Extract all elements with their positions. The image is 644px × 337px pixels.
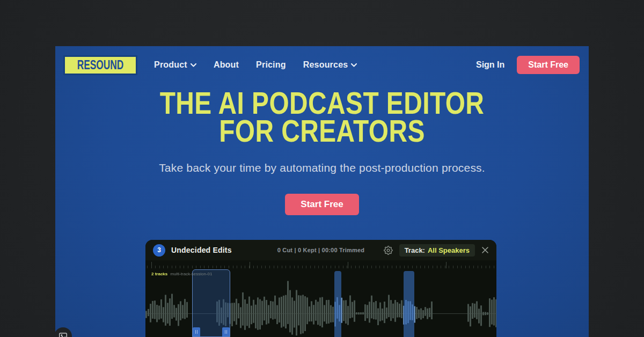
close-icon[interactable] (481, 246, 489, 254)
top-nav: RESOUND Product About Pricing Resources … (55, 46, 589, 77)
ruler-major-ticks (151, 262, 496, 268)
gear-icon[interactable] (384, 246, 393, 255)
nav-item-label: About (214, 60, 239, 70)
nav-item-product[interactable]: Product (154, 60, 196, 70)
sign-in-link[interactable]: Sign In (476, 60, 504, 70)
nav-item-label: Pricing (256, 60, 286, 70)
viewport: { "page": { "accent_yellow": "#dfe964", … (0, 0, 644, 337)
timeline-ruler[interactable] (145, 260, 496, 269)
panel-title: Undecided Edits (171, 246, 232, 254)
start-free-button-hero[interactable]: Start Free (285, 194, 358, 215)
nav-right: Sign In Start Free (476, 56, 580, 74)
nav-item-label: Product (154, 60, 187, 70)
hero-title-line2: FOR CREATORS (98, 117, 546, 145)
edit-stats: 0 Cut | 0 Kept | 00:00 Trimmed (277, 247, 365, 253)
tracks-count-label: 2 tracks (151, 272, 167, 276)
track-selector-label: Track: (405, 246, 425, 254)
track-meta: 2 tracks multi-track-session-01 (151, 272, 213, 276)
start-free-button-nav[interactable]: Start Free (517, 56, 580, 74)
logo-text: RESOUND (77, 58, 123, 71)
editor-header: 3 Undecided Edits 0 Cut | 0 Kept | 00:00… (145, 240, 496, 260)
resound-logo[interactable]: RESOUND (63, 55, 137, 75)
nav-item-pricing[interactable]: Pricing (256, 60, 286, 70)
edit-count-badge: 3 (153, 244, 165, 257)
track-selector[interactable]: Track: All Speakers (399, 244, 475, 257)
nav-item-about[interactable]: About (214, 60, 239, 70)
hero-subtitle: Take back your time by automating the po… (55, 162, 589, 174)
editor-app-window: 3 Undecided Edits 0 Cut | 0 Kept | 00:00… (145, 240, 496, 337)
session-name-label: multi-track-session-01 (170, 272, 212, 276)
editor-header-actions: Track: All Speakers (384, 244, 489, 257)
image-icon (59, 333, 67, 337)
nav-menu: Product About Pricing Resources (154, 60, 357, 70)
nav-item-label: Resources (303, 60, 348, 70)
waveform-canvas (145, 269, 496, 337)
chevron-down-icon (191, 63, 196, 67)
waveform-track[interactable]: 2 tracks multi-track-session-01 (145, 269, 496, 337)
hero-section: THE AI PODCAST EDITOR FOR CREATORS Take … (55, 89, 589, 215)
landing-page: RESOUND Product About Pricing Resources … (55, 46, 589, 337)
hero-title-line1: THE AI PODCAST EDITOR (98, 89, 546, 117)
chevron-down-icon (351, 63, 357, 67)
nav-item-resources[interactable]: Resources (303, 60, 357, 70)
track-selector-value: All Speakers (428, 246, 470, 254)
